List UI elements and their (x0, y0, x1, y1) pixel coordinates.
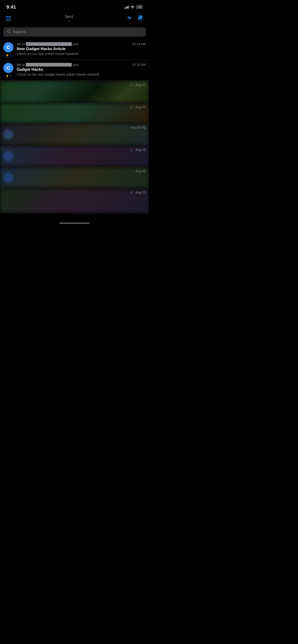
email-list: C ⚡ 2 Me to ████████████████████.com 10:… (0, 40, 149, 213)
status-icons: 100 (124, 5, 143, 9)
email-preview-1: Check out our new article! Daniel Hipski… (17, 52, 146, 56)
nav-title: Sent ▾ (65, 14, 73, 22)
email-item-1[interactable]: C ⚡ 2 Me to ████████████████████.com 10:… (0, 40, 149, 60)
email-time-2: 10:16 AM (132, 63, 146, 66)
avatar-col-2: C ⚡ 1 (3, 63, 14, 78)
blurred-date-3: Aug 03 (131, 126, 141, 129)
wifi-icon (130, 5, 135, 9)
email-content-2: Me to ████████████████████.com 10:16 AM … (17, 63, 146, 76)
email-subject-1: New Gadget Hacks Article (17, 46, 146, 51)
blurred-email-item-1[interactable]: 2 · Aug 07 (0, 81, 149, 103)
blurred-date-4: Aug 03 (136, 148, 146, 152)
blurred-count-4: 2 · (130, 148, 134, 152)
blurred-date-1: Aug 07 (136, 83, 146, 87)
activity-button[interactable] (127, 15, 133, 22)
email-from-2: Me to ████████████████████.com (17, 63, 130, 66)
nav-actions (127, 15, 143, 22)
avatar-1: C (3, 42, 14, 52)
svg-line-2 (10, 32, 11, 33)
status-time: 9:41 (7, 4, 16, 10)
nav-chevron-icon: ▾ (69, 20, 70, 22)
status-bar: 9:41 100 (0, 0, 149, 12)
avatar-col-1: C ⚡ 2 (3, 42, 14, 57)
email-content-1: Me to ████████████████████.com 10:19 AM … (17, 42, 146, 56)
signal-icon (124, 5, 129, 8)
battery-icon: 100 (136, 5, 143, 9)
avatar-2: C (3, 63, 14, 73)
search-icon (7, 30, 11, 34)
blurred-count-6: 4 · (130, 190, 134, 194)
attachment-icon-3: 📎 (142, 126, 146, 129)
blurred-email-item-5[interactable]: Aug 03 (0, 167, 149, 188)
blurred-email-item-6[interactable]: 4 · Aug 03 (0, 188, 149, 213)
lightning-badge-1: ⚡ 2 (5, 54, 11, 57)
blurred-email-item-3[interactable]: Aug 03 📎 (0, 123, 149, 146)
email-header-1: Me to ████████████████████.com 10:19 AM (17, 42, 146, 46)
email-item-2[interactable]: C ⚡ 1 Me to ████████████████████.com 10:… (0, 60, 149, 81)
search-bar[interactable]: Search (3, 27, 146, 37)
blurred-email-item-4[interactable]: 2 · Aug 03 (0, 146, 149, 167)
blurred-date-6: Aug 03 (136, 190, 146, 194)
blurred-count-2: 2 · (130, 105, 134, 109)
email-header-2: Me to ████████████████████.com 10:16 AM (17, 63, 146, 66)
email-preview-2: Check out the new Gadget Hacks article! … (17, 72, 146, 76)
blurred-email-item-2[interactable]: 2 · Aug 07 (0, 103, 149, 123)
email-from-1: Me to ████████████████████.com (17, 42, 130, 46)
email-time-1: 10:19 AM (132, 42, 146, 46)
email-subject-2: Gadget Hacks (17, 67, 146, 72)
nav-bar: Sent ▾ (0, 12, 149, 26)
lightning-icon-2: ⚡ (5, 74, 9, 78)
search-placeholder: Search (13, 30, 26, 34)
home-bar (59, 222, 90, 224)
hamburger-menu-button[interactable] (6, 16, 11, 20)
search-container: Search (0, 26, 149, 40)
blurred-count-1: 2 · (130, 83, 134, 87)
home-indicator (0, 213, 149, 226)
blurred-date-5: Aug 03 (136, 169, 146, 173)
lightning-badge-2: ⚡ 1 (5, 74, 11, 78)
lightning-icon-1: ⚡ (5, 54, 9, 57)
blurred-date-2: Aug 07 (136, 105, 146, 109)
compose-button[interactable] (137, 15, 143, 22)
